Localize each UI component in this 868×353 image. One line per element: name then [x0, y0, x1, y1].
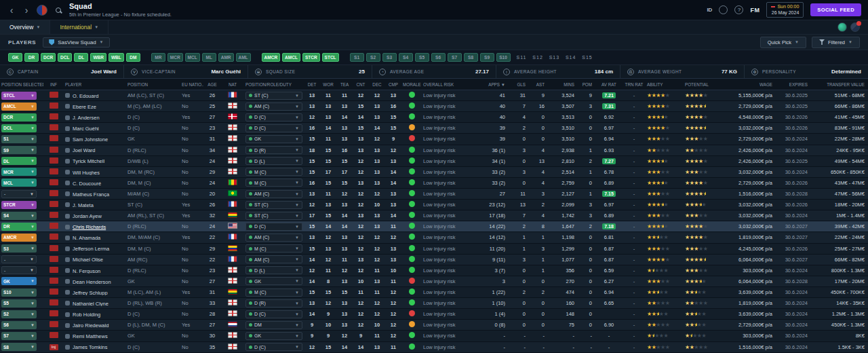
player-name[interactable]: N. Ferguson	[73, 267, 100, 274]
table-row[interactable]: S7▼ Remi Matthews GK No 30 GK▼ 991291112…	[0, 331, 868, 341]
player-name[interactable]: Jordan Ayew	[73, 213, 102, 219]
column-header-wage[interactable]: WAGE	[722, 82, 776, 87]
table-row[interactable]: -▼ Michael Olise AM (RC) No 22 AM (C)▼ 1…	[0, 255, 868, 265]
inbox-avatar[interactable]	[850, 22, 860, 32]
role-duty-dropdown[interactable]: GK▼	[245, 277, 302, 285]
table-row[interactable]: DR▼ Chris Richards D (RLC) No 24 D (C)▼ …	[0, 221, 868, 232]
position-selected-dropdown[interactable]: -▼	[1, 190, 37, 198]
position-selected-dropdown[interactable]: MCL▼	[1, 179, 37, 187]
player-name[interactable]: Nathaniel Clyne	[73, 300, 108, 306]
role-duty-dropdown[interactable]: D (C)▼	[245, 310, 302, 318]
role-duty-dropdown[interactable]: GK▼	[245, 332, 302, 340]
position-selected-dropdown[interactable]: STCR▼	[1, 201, 37, 209]
player-name[interactable]: Michael Olise	[73, 257, 103, 263]
position-selected-dropdown[interactable]: AMCR▼	[1, 234, 37, 242]
column-header-position[interactable]: POSITION	[126, 82, 180, 87]
player-name[interactable]: Sam Johnstone	[73, 136, 108, 143]
player-name[interactable]: Remi Matthews	[73, 333, 108, 339]
role-duty-dropdown[interactable]: M (C)▼	[245, 179, 302, 187]
role-duty-dropdown[interactable]: ST (C)▼	[245, 92, 302, 100]
player-name[interactable]: Chris Richards	[73, 224, 106, 230]
role-duty-dropdown[interactable]: D (C)▼	[245, 223, 302, 231]
position-selected-dropdown[interactable]: -▼	[1, 266, 37, 274]
table-row[interactable]: GK▼ Dean Henderson GK No 27 GK▼ 14813101…	[0, 276, 868, 287]
position-selected-dropdown[interactable]: S3▼	[1, 244, 37, 253]
position-selected-dropdown[interactable]: S9▼	[1, 146, 37, 154]
position-filter-dm[interactable]: DM	[126, 53, 140, 62]
table-row[interactable]: S9▼ Joel Ward D (RLC) No 34 D (R)▼ 18151…	[0, 145, 868, 156]
player-name[interactable]: C. Doucouré	[73, 180, 101, 186]
column-header-position-selected[interactable]: POSITION SELECTED	[0, 82, 43, 87]
table-row[interactable]: S2▼ Rob Holding D (C) No 28 D (C)▼ 14913…	[0, 309, 868, 320]
table-row[interactable]: S4▼ Jordan Ayew AM (RL), ST (C) Yes 32 S…	[0, 210, 868, 221]
position-filter-s5[interactable]: S5	[415, 53, 429, 62]
position-selected-dropdown[interactable]: DL▼	[1, 157, 37, 165]
back-button[interactable]: ‹	[7, 5, 16, 16]
player-name[interactable]: Marc Guéhi	[73, 126, 99, 132]
position-filter-s8[interactable]: S8	[464, 53, 478, 62]
position-filter-aml[interactable]: AML	[236, 53, 251, 62]
position-selected-dropdown[interactable]: AMCL▼	[1, 103, 37, 111]
table-row[interactable]: S10▼ Jeffrey Schlupp M (LC), AM (L) Yes …	[0, 287, 868, 298]
column-header-tea[interactable]: TEA	[336, 82, 353, 87]
position-filter-amr[interactable]: AMR	[218, 53, 234, 62]
player-name[interactable]: Ebere Eze	[73, 103, 96, 109]
role-duty-dropdown[interactable]: D (R)▼	[245, 146, 302, 154]
role-duty-dropdown[interactable]: M (C)▼	[245, 168, 302, 176]
position-filter-s1[interactable]: S1	[350, 53, 364, 62]
role-duty-dropdown[interactable]: M (C)▼	[245, 244, 302, 253]
column-header-pom[interactable]: POM	[578, 82, 595, 87]
position-selected-dropdown[interactable]: DCR▼	[1, 113, 37, 122]
role-duty-dropdown[interactable]: M (C)▼	[245, 289, 302, 297]
column-header-ability[interactable]: ABILITY	[646, 82, 684, 87]
player-name[interactable]: N. Ahamada	[73, 235, 100, 241]
table-row[interactable]: MCL▼ C. Doucouré DM, M (C) No 24 M (C)▼ …	[0, 178, 868, 189]
position-selected-dropdown[interactable]: S7▼	[1, 332, 37, 340]
position-filter-mr[interactable]: MR	[151, 53, 165, 62]
column-header-nat[interactable]: NAT	[221, 82, 244, 87]
position-filter-s4[interactable]: S4	[399, 53, 413, 62]
column-header-player[interactable]: PLAYER	[64, 82, 126, 87]
role-duty-dropdown[interactable]: DM▼	[245, 321, 302, 329]
position-selected-dropdown[interactable]: S6▼	[1, 321, 37, 329]
position-filter-wbr[interactable]: WBR	[90, 53, 106, 62]
column-header-overall-risk[interactable]: OVERALL RISK	[422, 82, 479, 87]
quick-pick-button[interactable]: Quick Pick▼	[760, 37, 806, 48]
position-filter-dcr[interactable]: DCR	[41, 53, 56, 62]
position-filter-dr[interactable]: DR	[24, 53, 39, 62]
column-header-dec[interactable]: DEC	[369, 82, 385, 87]
player-name[interactable]: James Tomkins	[73, 344, 108, 350]
position-selected-dropdown[interactable]: -▼	[1, 255, 37, 263]
squad-view-dropdown[interactable]: SasView Squad ▼	[43, 37, 109, 48]
column-header-position-role-duty[interactable]: POSITION/ROLE/DUTY	[244, 82, 304, 87]
position-selected-dropdown[interactable]: STCL▼	[1, 92, 37, 100]
role-duty-dropdown[interactable]: D (R)▼	[245, 299, 302, 308]
role-duty-dropdown[interactable]: D (C)▼	[245, 343, 302, 351]
table-row[interactable]: S3▼ Jefferson Lerma DM, M (C) No 29 M (C…	[0, 244, 868, 255]
column-header-eu-natio-[interactable]: EU NATIO...	[180, 82, 203, 87]
role-duty-dropdown[interactable]: ST (C)▼	[245, 212, 302, 220]
manager-avatar[interactable]	[837, 22, 847, 32]
position-filter-dl[interactable]: DL	[74, 53, 88, 62]
column-header-ast[interactable]: AST	[529, 82, 548, 87]
player-name[interactable]: Joel Ward	[73, 147, 95, 153]
world-icon[interactable]	[719, 5, 728, 14]
tab-overview[interactable]: Overview▼	[0, 20, 50, 34]
role-duty-dropdown[interactable]: AM (C)▼	[245, 190, 302, 198]
column-header-wor[interactable]: WOR	[320, 82, 336, 87]
game-date[interactable]: Sun 00:00 26 May 2024	[766, 2, 804, 18]
position-filter-s3[interactable]: S3	[382, 53, 397, 62]
table-row[interactable]: S6▼ Jairo Riedewald D (L), DM, M (C) Yes…	[0, 320, 868, 331]
player-name[interactable]: Matheus França	[73, 191, 109, 197]
position-selected-dropdown[interactable]: S2▼	[1, 310, 37, 318]
position-selected-dropdown[interactable]: S4▼	[1, 212, 37, 220]
column-header-apps[interactable]: APPS ▼	[479, 82, 509, 87]
table-row[interactable]: STCR▼ J. Mateta ST (C) Yes 26 ST (C)▼ 12…	[0, 200, 868, 210]
position-selected-dropdown[interactable]: S5▼	[1, 299, 37, 308]
table-row[interactable]: AMCR▼ N. Ahamada DM, M/AM (C) Yes 22 AM …	[0, 232, 868, 243]
column-header-inf[interactable]: INF	[43, 82, 64, 87]
position-filter-s10[interactable]: S10	[496, 53, 511, 62]
column-header-morale[interactable]: MORALE	[401, 82, 422, 87]
player-name[interactable]: Tyrick Mitchell	[73, 158, 104, 164]
role-duty-dropdown[interactable]: ST (C)▼	[245, 201, 302, 209]
